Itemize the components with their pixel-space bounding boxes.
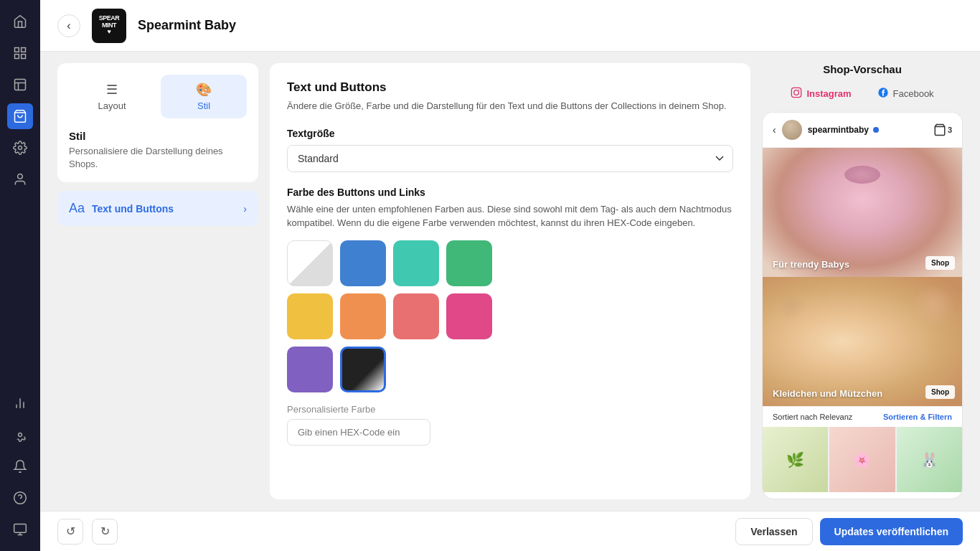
- product-thumb-1: 🌿: [763, 427, 828, 492]
- sidebar: [0, 0, 40, 551]
- center-title: Text und Buttons: [287, 80, 733, 95]
- color-swatch-pink[interactable]: [446, 293, 492, 339]
- back-button[interactable]: ‹: [57, 14, 80, 37]
- verlassen-button[interactable]: Verlassen: [735, 518, 812, 545]
- preview-image-2: Kleidchen und Mützchen Shop: [763, 277, 962, 406]
- sort-label: Sortiert nach Relevanz: [773, 413, 852, 421]
- text-buttons-label: Text und Buttons: [92, 203, 236, 215]
- text-und-buttons-nav-item[interactable]: Aa Text und Buttons ›: [57, 191, 258, 226]
- sidebar-add-icon[interactable]: [7, 517, 33, 542]
- cart-icon[interactable]: 3: [933, 123, 952, 136]
- stil-section: Stil Personalisiere die Darstellung dein…: [69, 130, 247, 171]
- verified-badge: [873, 127, 879, 133]
- cart-count: 3: [948, 126, 952, 134]
- stil-tab-label: Stil: [197, 100, 210, 111]
- svg-point-21: [798, 90, 799, 90]
- content-area: ☰ Layout 🎨 Stil Stil Personalisiere die …: [40, 52, 980, 511]
- product-thumb-2: 🌸: [829, 427, 895, 492]
- text-buttons-icon: Aa: [69, 201, 85, 216]
- color-swatch-yellow[interactable]: [287, 293, 333, 339]
- layout-tab-icon: ☰: [106, 82, 118, 98]
- action-buttons: Verlassen Updates veröffentlichen: [735, 518, 963, 545]
- sidebar-grid-icon[interactable]: [7, 40, 33, 66]
- instagram-tab-label: Instagram: [806, 88, 851, 99]
- tab-stil[interactable]: 🎨 Stil: [161, 75, 247, 118]
- facebook-icon: [877, 87, 889, 100]
- sidebar-settings-icon[interactable]: [7, 135, 33, 161]
- preview-tabs: Instagram Facebook: [762, 84, 963, 103]
- nav-item-arrow-icon: ›: [243, 203, 247, 215]
- profile-pic: [782, 120, 802, 140]
- center-subtitle: Ändere die Größe, Farbe und die Darstell…: [287, 99, 733, 113]
- sidebar-shop-icon[interactable]: [7, 103, 33, 129]
- stil-desc: Personalisiere die Darstellung deines Sh…: [69, 145, 247, 171]
- center-panel: Text und Buttons Ändere die Größe, Farbe…: [270, 63, 750, 499]
- sidebar-settings2-icon[interactable]: [7, 422, 33, 448]
- svg-point-13: [19, 433, 22, 437]
- phone-preview: ‹ spearmintbaby 3: [762, 112, 963, 499]
- svg-rect-0: [15, 48, 19, 52]
- color-swatch-salmon[interactable]: [393, 293, 439, 339]
- sidebar-home-icon[interactable]: [7, 9, 33, 34]
- color-section-desc: Wähle eine der unten empfohlenen Farben …: [287, 202, 733, 230]
- bottom-bar: ↺ ↻ Verlassen Updates veröffentlichen: [40, 511, 980, 551]
- phone-header: ‹ spearmintbaby 3: [763, 113, 962, 148]
- filter-label[interactable]: Sortieren & Filtern: [883, 413, 952, 421]
- tab-layout[interactable]: ☰ Layout: [69, 75, 155, 118]
- color-section-label: Farbe des Buttons und Links: [287, 187, 733, 198]
- preview-tab-instagram[interactable]: Instagram: [785, 84, 857, 103]
- product-thumb-3: 🐰: [897, 427, 962, 492]
- product-sort-bar: Sortiert nach Relevanz Sortieren & Filte…: [763, 406, 962, 427]
- username-text: spearmintbaby: [808, 125, 928, 135]
- text-size-label: Textgröße: [287, 128, 733, 139]
- color-swatch-blue[interactable]: [340, 240, 386, 286]
- header: ‹ SPEARMINT♥ Spearmint Baby: [40, 0, 980, 52]
- color-swatch-black[interactable]: [340, 347, 386, 392]
- sidebar-layout-icon[interactable]: [7, 72, 33, 98]
- product-grid: 🌿 🌸 🐰: [763, 427, 962, 492]
- personalized-label: Personalisierte Farbe: [287, 404, 733, 415]
- svg-point-14: [14, 492, 27, 504]
- stil-title: Stil: [69, 130, 247, 142]
- hex-code-input[interactable]: [287, 419, 430, 446]
- svg-point-20: [794, 90, 799, 95]
- stil-tab-icon: 🎨: [196, 82, 212, 98]
- shop-button-2[interactable]: Shop: [925, 385, 955, 399]
- facebook-tab-label: Facebook: [893, 88, 934, 99]
- preview-tab-facebook[interactable]: Facebook: [872, 84, 940, 103]
- tabs-row: ☰ Layout 🎨 Stil: [69, 75, 247, 118]
- sidebar-bell-icon[interactable]: [7, 453, 33, 479]
- sidebar-user-icon[interactable]: [7, 166, 33, 192]
- right-panel: Shop-Vorschau Instagram Facebook: [762, 63, 963, 499]
- preview-title: Shop-Vorschau: [762, 63, 963, 75]
- svg-rect-2: [15, 55, 19, 59]
- svg-point-9: [18, 174, 23, 179]
- undo-button[interactable]: ↺: [57, 519, 83, 545]
- publish-button[interactable]: Updates veröffentlichen: [820, 518, 963, 545]
- image2-label: Kleidchen und Mützchen: [773, 388, 882, 399]
- svg-point-8: [19, 146, 22, 150]
- preview-image-1: Für trendy Babys Shop: [763, 148, 962, 277]
- text-size-select[interactable]: Standard: [287, 145, 733, 172]
- redo-button[interactable]: ↻: [92, 519, 118, 545]
- svg-rect-1: [22, 48, 26, 52]
- color-swatch-purple[interactable]: [287, 347, 333, 392]
- main-content: ‹ SPEARMINT♥ Spearmint Baby ☰ Layout 🎨 S…: [40, 0, 980, 551]
- svg-rect-3: [22, 55, 26, 59]
- phone-back-icon[interactable]: ‹: [773, 124, 776, 136]
- color-swatch-teal[interactable]: [393, 240, 439, 286]
- shop-button-1[interactable]: Shop: [925, 256, 955, 270]
- instagram-icon: [791, 87, 802, 100]
- color-swatch-orange[interactable]: [340, 293, 386, 339]
- tab-card: ☰ Layout 🎨 Stil Stil Personalisiere die …: [57, 63, 258, 182]
- undo-redo-container: ↺ ↻: [57, 519, 118, 545]
- sidebar-help-icon[interactable]: [7, 485, 33, 511]
- sidebar-chart-icon[interactable]: [7, 390, 33, 416]
- color-swatch-white[interactable]: [287, 240, 333, 286]
- shop-logo: SPEARMINT♥: [92, 9, 126, 43]
- color-swatch-green[interactable]: [446, 240, 492, 286]
- shop-name: Spearmint Baby: [138, 18, 236, 33]
- color-grid: [287, 240, 733, 392]
- layout-tab-label: Layout: [98, 100, 126, 111]
- svg-rect-4: [15, 80, 26, 90]
